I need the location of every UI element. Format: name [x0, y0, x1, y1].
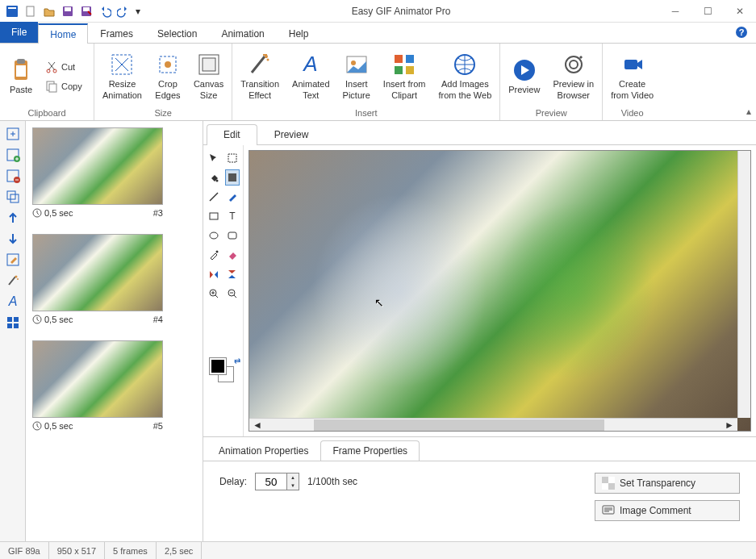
- zoom-in-tool-icon[interactable]: [207, 286, 222, 302]
- resize-animation-button[interactable]: Resize Animation: [98, 47, 147, 106]
- editor-tabs: Edit Preview: [203, 121, 756, 145]
- video-group-label: Video: [606, 107, 658, 119]
- create-from-video-button[interactable]: Create from Video: [606, 47, 658, 106]
- insert-picture-button[interactable]: Insert Picture: [338, 47, 375, 106]
- move-up-icon[interactable]: [2, 208, 24, 227]
- crop-label: Crop Edges: [155, 79, 180, 100]
- menu-tabs: File Home Frames Selection Animation Hel…: [0, 23, 756, 44]
- undo-icon[interactable]: [96, 2, 114, 20]
- transition-effect-button[interactable]: Transition Effect: [236, 47, 284, 106]
- insert-frame-icon[interactable]: [2, 124, 24, 144]
- save-icon[interactable]: [59, 2, 77, 20]
- paste-button[interactable]: Paste: [3, 47, 39, 106]
- flip-v-tool-icon[interactable]: [225, 266, 240, 282]
- save-as-icon[interactable]: [77, 2, 95, 20]
- svg-rect-55: [228, 173, 236, 181]
- preview-group-label: Preview: [503, 107, 599, 119]
- svg-text:A: A: [303, 52, 318, 76]
- animated-text-button[interactable]: A Animated Text: [287, 47, 334, 106]
- maximize-button[interactable]: ☐: [691, 0, 724, 23]
- frame-thumbnail[interactable]: [32, 340, 163, 418]
- insert-group-label: Insert: [236, 107, 496, 119]
- preview-browser-button[interactable]: Preview in Browser: [548, 47, 599, 106]
- minimize-button[interactable]: ─: [659, 0, 691, 23]
- eyedropper-tool-icon[interactable]: [207, 247, 222, 263]
- eraser-tool-icon[interactable]: [225, 247, 240, 263]
- scroll-left-icon[interactable]: ◄: [249, 419, 265, 431]
- ellipse-tool-icon[interactable]: [207, 227, 222, 244]
- frame-thumbnail[interactable]: [32, 234, 163, 311]
- editor-tab-preview[interactable]: Preview: [257, 124, 326, 144]
- tab-selection[interactable]: Selection: [145, 23, 209, 44]
- tab-home[interactable]: Home: [38, 23, 88, 44]
- delete-frame-icon[interactable]: [2, 166, 24, 186]
- duplicate-frame-icon[interactable]: [2, 187, 24, 206]
- file-menu[interactable]: File: [0, 22, 38, 43]
- properties-content: Delay: ▲ ▼ 1/100th sec Set Transparency: [203, 461, 756, 541]
- frame-thumbnail[interactable]: [32, 127, 163, 205]
- help-icon[interactable]: ?: [735, 26, 750, 40]
- new-icon[interactable]: [22, 2, 40, 20]
- svg-point-58: [210, 232, 218, 239]
- canvas-size-button[interactable]: Canvas Size: [189, 47, 228, 106]
- text-icon[interactable]: A: [2, 292, 24, 311]
- edit-frame-icon[interactable]: [2, 250, 24, 269]
- tab-frames[interactable]: Frames: [88, 23, 145, 44]
- qat-dropdown-icon[interactable]: ▾: [133, 2, 143, 20]
- swap-colors-icon[interactable]: ⇄: [234, 357, 240, 365]
- grid-icon[interactable]: [2, 313, 24, 332]
- rect-tool-icon[interactable]: [207, 208, 222, 224]
- insert-clipart-button[interactable]: Insert from Clipart: [378, 47, 431, 106]
- fill-tool-icon[interactable]: [207, 169, 222, 186]
- frame-item[interactable]: 0,5 sec #3: [32, 127, 196, 218]
- brush-tool-icon[interactable]: [225, 189, 240, 205]
- svg-rect-26: [395, 55, 403, 63]
- app-icon[interactable]: [3, 2, 21, 20]
- spin-up-icon[interactable]: ▲: [287, 473, 299, 482]
- crop-edges-button[interactable]: Crop Edges: [150, 47, 186, 106]
- add-from-web-button[interactable]: Add Images from the Web: [433, 47, 496, 106]
- cut-button[interactable]: Cut: [42, 58, 90, 76]
- tab-animation[interactable]: Animation: [209, 23, 276, 44]
- rect-fill-tool-icon[interactable]: [225, 169, 240, 186]
- image-comment-button[interactable]: Image Comment: [595, 500, 740, 521]
- svg-point-22: [267, 59, 269, 61]
- delay-input[interactable]: [255, 473, 287, 490]
- effects-icon[interactable]: [2, 271, 24, 290]
- canvas-viewport[interactable]: ↖ ◄ ►: [249, 150, 751, 432]
- redo-icon[interactable]: [115, 2, 132, 20]
- flip-h-tool-icon[interactable]: [207, 266, 222, 282]
- close-button[interactable]: ✕: [724, 0, 756, 23]
- foreground-color[interactable]: [210, 358, 226, 374]
- frame-item[interactable]: 0,5 sec #5: [32, 340, 196, 431]
- select-tool-icon[interactable]: [225, 150, 240, 166]
- open-icon[interactable]: [40, 2, 58, 20]
- copy-button[interactable]: Copy: [42, 77, 90, 95]
- horizontal-scrollbar[interactable]: ◄ ►: [249, 418, 737, 431]
- preview-button[interactable]: Preview: [503, 47, 545, 106]
- scroll-thumb[interactable]: [314, 419, 604, 431]
- transition-label: Transition Effect: [240, 79, 279, 100]
- move-down-icon[interactable]: [2, 229, 24, 248]
- rounded-rect-tool-icon[interactable]: [225, 227, 240, 244]
- set-transparency-button[interactable]: Set Transparency: [595, 473, 740, 494]
- frame-item[interactable]: 0,5 sec #4: [32, 234, 196, 324]
- video-label: Create from Video: [611, 79, 654, 100]
- svg-rect-10: [17, 59, 25, 64]
- editor-tab-edit[interactable]: Edit: [207, 124, 257, 145]
- add-frame-icon[interactable]: [2, 145, 24, 165]
- tab-frame-properties[interactable]: Frame Properties: [320, 440, 420, 461]
- pointer-tool-icon[interactable]: [207, 150, 222, 166]
- line-tool-icon[interactable]: [207, 189, 222, 205]
- text-tool-icon[interactable]: T: [225, 208, 240, 224]
- color-swatch[interactable]: ⇄: [210, 358, 242, 390]
- vertical-scrollbar[interactable]: [737, 151, 750, 418]
- spin-down-icon[interactable]: ▼: [287, 482, 299, 490]
- delay-spinner[interactable]: ▲ ▼: [287, 473, 299, 490]
- tab-animation-properties[interactable]: Animation Properties: [207, 440, 320, 461]
- tab-help[interactable]: Help: [277, 23, 321, 44]
- ribbon-collapse-icon[interactable]: ▴: [746, 106, 751, 117]
- scroll-right-icon[interactable]: ►: [721, 419, 737, 431]
- zoom-out-tool-icon[interactable]: [225, 286, 240, 302]
- frame-list[interactable]: 0,5 sec #3 0,5 sec #4 0,5 sec #5: [26, 121, 203, 541]
